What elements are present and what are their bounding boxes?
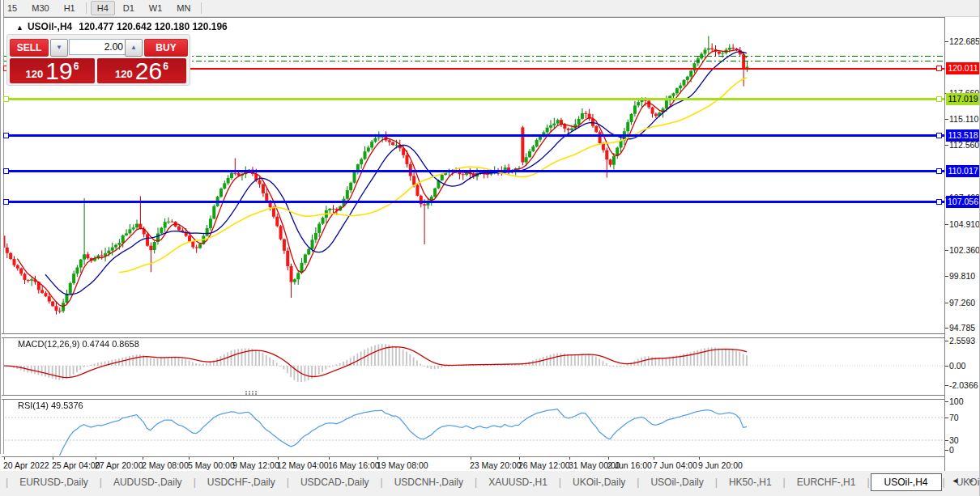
macd-axis-tick xyxy=(945,366,948,367)
tab-usdcad-daily[interactable]: USDCAD-,Daily xyxy=(290,474,380,490)
time-axis-tick xyxy=(569,457,570,460)
time-axis-label: 9 May 12:00 xyxy=(232,460,279,470)
buy-price-tile[interactable]: 120266 xyxy=(97,58,186,83)
chart-ohlc-values: 120.477 120.642 120.180 120.196 xyxy=(79,21,228,32)
time-axis-label: 23 May 20:00 xyxy=(470,460,522,470)
tab-separator: | xyxy=(559,477,561,488)
price-level-badge: 120.011 xyxy=(946,62,980,74)
sell-price-tile[interactable]: 120196 xyxy=(10,58,95,83)
price-axis-label: 94.785 xyxy=(949,323,975,333)
tab-usdchf-daily[interactable]: USDCHF-,Daily xyxy=(197,474,286,490)
time-axis-tick xyxy=(608,457,609,460)
macd-axis-label: 2.5593 xyxy=(949,336,975,346)
pane-splitter-grip[interactable] xyxy=(245,391,247,392)
level-line-handle[interactable] xyxy=(3,133,9,138)
tab-usoil-h4[interactable]: USOil-,H4 xyxy=(871,473,942,491)
tab-eurchf-h1[interactable]: EURCHF-,H1 xyxy=(786,474,867,490)
rsi-label: RSI(14) 49.5376 xyxy=(18,401,83,410)
trading-terminal-window: 15M30H1H4D1W1MN ▲USOil-,H4120.477 120.64… xyxy=(0,0,980,496)
sell-price-prefix: 120 xyxy=(26,68,44,80)
toolbar-separator xyxy=(86,2,87,14)
price-axis-label: 122.685 xyxy=(949,36,980,46)
rsi-axis-tick xyxy=(945,450,948,451)
price-axis-label: 97.260 xyxy=(949,298,975,307)
time-axis-label: 7 Jun 04:00 xyxy=(653,460,697,470)
price-axis: 122.685117.660115.110112.560107.460104.9… xyxy=(944,17,980,471)
time-axis-label: 26 May 12:00 xyxy=(518,460,570,470)
buy-button[interactable]: BUY xyxy=(144,39,188,57)
buy-price-big: 26 xyxy=(135,59,162,83)
time-axis-label: 5 May 00:00 xyxy=(188,460,235,470)
level-line-handle[interactable] xyxy=(936,133,942,138)
time-axis-tick xyxy=(189,457,190,460)
time-axis-tick xyxy=(278,457,279,460)
time-axis-tick xyxy=(143,457,143,460)
level-line-handle[interactable] xyxy=(936,66,942,71)
tab-scroll-right-icon[interactable]: ► xyxy=(968,477,975,485)
tab-ukoil-daily[interactable]: UKOil-,Daily xyxy=(562,474,636,490)
timeframe-button-mn[interactable]: MN xyxy=(170,1,197,15)
time-axis-tick xyxy=(377,457,378,460)
macd-label: MACD(12,26,9) 0.4744 0.8658 xyxy=(18,339,139,349)
macd-axis-tick xyxy=(945,385,948,386)
level-line-117.019[interactable] xyxy=(2,98,944,100)
tab-xauusd-h1[interactable]: XAUUSD-,H1 xyxy=(478,474,558,490)
level-line-handle[interactable] xyxy=(3,96,9,102)
time-axis-tick xyxy=(4,457,5,460)
volume-input[interactable] xyxy=(69,39,127,55)
timeframe-button-15[interactable]: 15 xyxy=(1,1,23,15)
level-line-handle[interactable] xyxy=(936,199,942,205)
timeframe-button-w1[interactable]: W1 xyxy=(143,1,169,15)
level-line-110.017[interactable] xyxy=(2,170,944,172)
tab-usoil-daily[interactable]: USOil-,Daily xyxy=(640,474,714,490)
price-axis-label: 102.360 xyxy=(949,245,980,255)
tab-usdcnh-daily[interactable]: USDCNH-,Daily xyxy=(384,474,474,490)
tab-eurusd-daily[interactable]: EURUSD-,Daily xyxy=(9,474,99,490)
tab-hk50-h1[interactable]: HK50-,H1 xyxy=(718,474,782,490)
rsi-axis-label: 30 xyxy=(949,435,959,445)
price-axis-tick xyxy=(945,276,948,277)
macd-axis-label: 0.00 xyxy=(949,361,965,371)
tab-separator: | xyxy=(783,477,786,488)
level-line-107.056[interactable] xyxy=(2,201,944,203)
time-axis-label: 25 Apr 04:00 xyxy=(52,460,100,470)
buy-price-sup: 6 xyxy=(163,61,168,72)
sell-button[interactable]: SELL xyxy=(10,39,49,57)
timeframe-button-m30[interactable]: M30 xyxy=(25,1,55,15)
price-axis-tick xyxy=(945,303,948,303)
price-level-badge: 113.518 xyxy=(946,129,980,142)
time-axis-label: 19 May 08:00 xyxy=(377,460,428,470)
tab-separator: | xyxy=(715,477,718,488)
tab-separator: | xyxy=(381,477,383,488)
tab-separator: | xyxy=(287,477,289,488)
rsi-axis-label: 100 xyxy=(949,396,964,406)
time-axis-tick xyxy=(96,457,96,460)
symbol-tab-bar: |EURUSD-,Daily|AUDUSD-,Daily|USDCHF-,Dai… xyxy=(0,471,980,496)
price-axis-tick xyxy=(945,250,948,251)
sell-price-big: 19 xyxy=(45,59,72,83)
tab-separator: | xyxy=(475,477,477,488)
timeframe-button-d1[interactable]: D1 xyxy=(117,1,141,15)
level-line-handle[interactable] xyxy=(3,168,9,174)
price-axis-label: 104.910 xyxy=(949,219,980,229)
price-axis-tick xyxy=(945,224,948,225)
level-line-113.518[interactable] xyxy=(2,134,944,137)
timeframe-button-h1[interactable]: H1 xyxy=(58,1,82,15)
level-line-handle[interactable] xyxy=(3,199,9,205)
time-axis-tick xyxy=(654,457,654,460)
time-axis-label: 12 May 04:00 xyxy=(277,460,329,470)
volume-decrease-button[interactable]: ▼ xyxy=(50,39,68,57)
timeframe-button-h4[interactable]: H4 xyxy=(91,1,115,15)
time-axis-tick xyxy=(53,457,53,460)
level-line-handle[interactable] xyxy=(936,96,942,102)
toolbar-separator xyxy=(201,2,202,14)
price-axis-label: 99.810 xyxy=(949,271,975,281)
macd-pane-divider[interactable] xyxy=(2,333,944,338)
tab-scroll-left-icon[interactable]: ◄ xyxy=(952,477,959,485)
level-line-handle[interactable] xyxy=(936,168,942,174)
tab-audusd-daily[interactable]: AUDUSD-,Daily xyxy=(103,474,193,490)
buy-price-prefix: 120 xyxy=(115,68,133,80)
tab-separator: | xyxy=(194,477,196,488)
volume-increase-button[interactable]: ▲ xyxy=(125,39,143,57)
rsi-pane-divider[interactable] xyxy=(2,395,944,400)
